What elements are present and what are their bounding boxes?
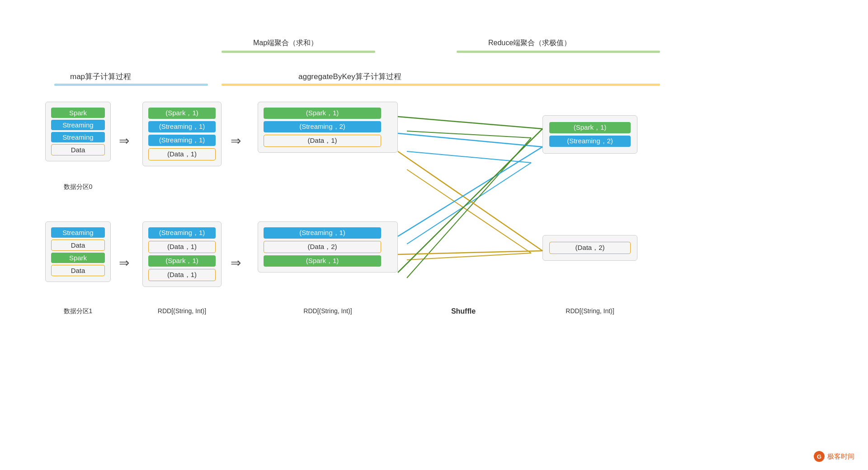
watermark-text: 极客时间	[827, 452, 854, 461]
t0-streaming1: (Streaming，1)	[148, 121, 216, 132]
connections-svg	[0, 0, 868, 470]
partition0-streaming1: Streaming	[51, 120, 105, 130]
a0-streaming2: (Streaming，2)	[264, 121, 381, 132]
partition0-box: Spark Streaming Streaming Data	[45, 102, 111, 161]
a1-spark1: (Spark，1)	[264, 255, 381, 267]
arrow2: ⇒	[119, 255, 129, 270]
partition0-agg-box: (Spark，1) (Streaming，2) (Data，1)	[258, 102, 398, 153]
map-section-label: map算子计算过程	[70, 71, 131, 82]
svg-line-11	[398, 129, 542, 273]
r-streaming2: (Streaming，2)	[549, 136, 631, 147]
map-header-label: Map端聚合（求和）	[253, 38, 318, 48]
aggregate-section-label: aggregateByKey算子计算过程	[298, 71, 401, 82]
svg-line-3	[407, 163, 531, 244]
t1-spark1: (Spark，1)	[148, 255, 216, 267]
arrow1: ⇒	[231, 133, 241, 148]
t1-data2: (Data，1)	[148, 269, 216, 281]
partition0-data: Data	[51, 144, 105, 155]
t0-spark1: (Spark，1)	[148, 108, 216, 119]
partition1-tuple-box: (Streaming，1) (Data，1) (Spark，1) (Data，1…	[142, 221, 222, 287]
aggregate-section-bar	[222, 84, 660, 86]
svg-line-6	[398, 117, 542, 129]
watermark-icon: G	[814, 451, 825, 462]
diagram-container: Map端聚合（求和） Reduce端聚合（求极值） map算子计算过程 aggr…	[0, 0, 868, 470]
rdd-label-1: RDD[(String, Int)]	[258, 307, 398, 315]
result-top-box: (Spark，1) (Streaming，2)	[542, 115, 637, 154]
rdd-label-2: RDD[(String, Int)]	[542, 307, 637, 315]
partition1-data2: Data	[51, 265, 105, 276]
partition0-spark: Spark	[51, 108, 105, 118]
arrow0: ⇒	[119, 133, 129, 148]
a1-streaming1: (Streaming，1)	[264, 227, 381, 239]
svg-line-2	[407, 169, 531, 253]
partition0-label: 数据分区0	[45, 183, 111, 191]
partition1-label: 数据分区1	[45, 307, 111, 315]
partition1-spark: Spark	[51, 253, 105, 263]
a1-data2: (Data，2)	[264, 241, 381, 253]
svg-line-10	[398, 251, 542, 254]
rdd-label-0: RDD[(String, Int)]	[142, 307, 222, 315]
partition1-box: Streaming Data Spark Data	[45, 221, 111, 282]
watermark: G 极客时间	[814, 451, 854, 462]
svg-line-8	[398, 151, 542, 251]
svg-line-5	[407, 138, 531, 278]
partition1-agg-box: (Streaming，1) (Data，2) (Spark，1)	[258, 221, 398, 273]
svg-line-9	[398, 147, 542, 236]
shuffle-lines-svg	[0, 0, 868, 470]
map-header-bar	[222, 51, 375, 53]
a0-data1: (Data，1)	[264, 135, 381, 147]
t0-streaming2: (Streaming，1)	[148, 135, 216, 146]
result-bottom-box: (Data，2)	[542, 235, 637, 261]
partition0-tuple-box: (Spark，1) (Streaming，1) (Streaming，1) (D…	[142, 102, 222, 166]
r-spark1: (Spark，1)	[549, 122, 631, 133]
partition0-streaming2: Streaming	[51, 132, 105, 142]
r-data2: (Data，2)	[549, 242, 631, 254]
reduce-header-label: Reduce端聚合（求极值）	[488, 38, 571, 48]
arrow3: ⇒	[231, 255, 241, 270]
map-section-bar	[54, 84, 208, 86]
reduce-header-bar	[457, 51, 660, 53]
svg-line-4	[407, 253, 531, 260]
partition1-data1: Data	[51, 240, 105, 251]
svg-line-1	[407, 151, 531, 163]
t0-data1: (Data，1)	[148, 148, 216, 160]
svg-line-7	[398, 133, 542, 147]
t1-data1: (Data，1)	[148, 241, 216, 253]
partition1-streaming: Streaming	[51, 227, 105, 238]
shuffle-label: Shuffle	[434, 307, 493, 315]
svg-line-0	[407, 131, 531, 138]
a0-spark1: (Spark，1)	[264, 108, 381, 119]
t1-streaming1: (Streaming，1)	[148, 227, 216, 239]
